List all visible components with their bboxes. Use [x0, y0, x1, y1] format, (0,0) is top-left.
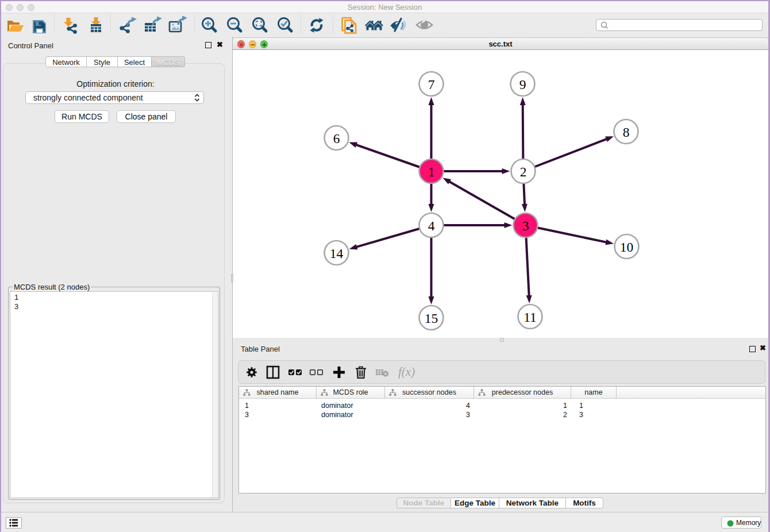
svg-text:1: 1: [428, 164, 435, 179]
svg-text:10: 10: [620, 240, 634, 255]
svg-text:6: 6: [333, 131, 340, 146]
svg-text:f(x): f(x): [398, 365, 415, 379]
svg-text:11: 11: [523, 310, 537, 325]
svg-text:7: 7: [428, 77, 435, 92]
svg-text:3: 3: [522, 218, 529, 233]
svg-text:9: 9: [519, 77, 526, 92]
svg-text:2: 2: [520, 164, 527, 179]
svg-text:8: 8: [623, 125, 630, 140]
svg-text:15: 15: [425, 311, 438, 326]
svg-text:14: 14: [330, 246, 344, 261]
svg-text:4: 4: [428, 218, 435, 233]
